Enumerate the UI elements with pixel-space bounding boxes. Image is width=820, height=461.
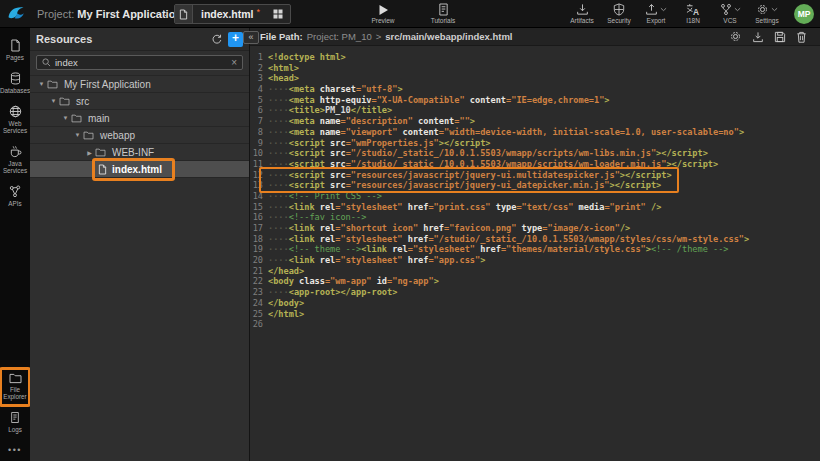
tree-item-my-first-application[interactable]: ▼My First Application <box>30 76 249 93</box>
sidebar-item-web-services[interactable]: Web Services <box>0 100 30 140</box>
line-number: 6 <box>250 105 268 116</box>
code-line-content: ····<script src="wmProperties.js"></scri… <box>268 138 491 149</box>
sidebar-item-label: APIs <box>7 200 22 207</box>
tree-item-label: webapp <box>100 130 135 141</box>
i18n-button[interactable]: AI18N <box>676 3 710 24</box>
logs-icon <box>10 411 20 424</box>
shield-icon <box>613 3 625 16</box>
sidebar-item-logs[interactable]: Logs <box>0 406 30 439</box>
tree-item-webapp[interactable]: ▼webapp <box>30 127 249 144</box>
sidebar: PagesDatabasesWeb ServicesJava ServicesA… <box>0 28 30 461</box>
search-box: × <box>36 55 243 70</box>
sidebar-item-databases[interactable]: Databases <box>0 67 30 100</box>
tree-collapse-icon[interactable]: ▶ <box>84 149 95 156</box>
code-line-content: <body class="wm-app" id="ng-app"> <box>268 276 439 287</box>
code-line: 7····<meta name="description" content=""… <box>250 116 820 127</box>
tree-expand-icon[interactable]: ▼ <box>60 115 71 121</box>
code-line-content: ····<meta http-equiv="X-UA-Compatible" c… <box>268 95 610 106</box>
line-number: 17 <box>250 223 268 234</box>
tree-item-index-html[interactable]: index.html <box>30 161 249 178</box>
code-line-content: ····<!--fav icon--> <box>268 212 366 223</box>
caret-down-icon <box>734 7 741 12</box>
code-line-content: ····<link rel="stylesheet" href="print.c… <box>268 202 661 213</box>
action-label: Settings <box>755 17 779 24</box>
play-icon <box>378 3 389 16</box>
code-line-content: <!doctype html> <box>268 52 346 63</box>
resources-search-input[interactable] <box>55 56 227 69</box>
file-path-separator: > <box>376 31 382 42</box>
file-icon <box>175 5 193 23</box>
code-area[interactable]: 1<!doctype html>2<html>3<head>4····<meta… <box>250 46 820 461</box>
code-line: 10····<script src="/studio/_static_/10.0… <box>250 148 820 159</box>
action-label: Artifacts <box>570 17 593 24</box>
database-icon <box>10 72 21 85</box>
clear-search-icon[interactable]: × <box>231 58 237 68</box>
sidebar-item-java-services[interactable]: Java Services <box>0 140 30 180</box>
code-line: 26 <box>250 319 820 330</box>
trash-icon[interactable] <box>796 30 807 43</box>
tree-item-src[interactable]: ▼src <box>30 93 249 110</box>
code-line: 17····<link rel="shortcut icon" href="fa… <box>250 223 820 234</box>
line-number: 2 <box>250 63 268 74</box>
sidebar-item-apis[interactable]: APIs <box>0 180 30 213</box>
settings-button[interactable]: Settings <box>750 3 784 24</box>
caret-down-icon <box>771 7 778 12</box>
code-line: 22<body class="wm-app" id="ng-app"> <box>250 276 820 287</box>
tree-expand-icon[interactable]: ▼ <box>48 98 59 104</box>
vcs-button[interactable]: VCS <box>713 3 747 24</box>
api-icon <box>9 185 21 198</box>
avatar[interactable]: MP <box>794 4 814 24</box>
refresh-icon[interactable] <box>211 34 222 45</box>
sidebar-item-label: File Explorer <box>0 386 30 400</box>
tree-item-main[interactable]: ▼main <box>30 110 249 127</box>
highlight-box: index.html <box>92 158 175 181</box>
code-line: 9····<script src="wmProperties.js"></scr… <box>250 138 820 149</box>
more-options-button[interactable]: ••• <box>8 439 22 457</box>
sidebar-item-pages[interactable]: Pages <box>0 34 30 67</box>
sidebar-item-file-explorer[interactable]: File Explorer <box>0 368 30 406</box>
artifacts-button[interactable]: Artifacts <box>565 3 599 24</box>
wavemaker-logo-icon[interactable] <box>6 4 26 24</box>
code-line-content: </body> <box>268 298 304 309</box>
folder-icon <box>95 148 110 157</box>
gear-icon <box>756 3 778 16</box>
export-button[interactable]: Export <box>639 3 673 24</box>
tab-index-html[interactable]: index.html * <box>174 4 291 24</box>
code-line: 2<html> <box>250 63 820 74</box>
preview-button[interactable]: Preview <box>366 3 400 24</box>
export-icon <box>645 3 667 16</box>
code-line: 19····<!-- theme --><link rel="styleshee… <box>250 244 820 255</box>
code-line-content: ····<script src="resources/javascript/jq… <box>268 180 661 191</box>
save-icon[interactable] <box>774 30 786 43</box>
gear-icon[interactable] <box>729 30 742 43</box>
line-number: 9 <box>250 138 268 149</box>
code-line: 11····<script src="/studio/_static_/10.0… <box>250 159 820 170</box>
line-number: 20 <box>250 255 268 266</box>
collapse-panel-button[interactable]: « <box>243 31 259 44</box>
code-line: 15····<link rel="stylesheet" href="print… <box>250 202 820 213</box>
file-path-bar: File Path: Project: PM_10 > src/main/web… <box>250 28 820 46</box>
topbar: Project: My First Application index.html… <box>0 0 820 28</box>
tab-label: index.html <box>193 8 257 20</box>
resources-title: Resources <box>36 33 205 45</box>
tree-expand-icon[interactable]: ▼ <box>72 132 83 138</box>
add-resource-button[interactable]: + <box>228 32 243 47</box>
action-label: Security <box>607 17 630 24</box>
download-icon[interactable] <box>752 30 764 43</box>
sidebar-top-items: PagesDatabasesWeb ServicesJava ServicesA… <box>0 34 30 213</box>
code-line-content: ····<script src="/studio/_static_/10.0.1… <box>268 148 708 159</box>
code-line-content: ····<meta name="description" content=""> <box>268 116 475 127</box>
code-line-content: ····<!-- Print CSS --> <box>268 191 382 202</box>
page-icon <box>10 39 21 52</box>
tree-expand-icon[interactable]: ▼ <box>36 81 47 87</box>
line-number: 12 <box>250 170 268 181</box>
vcs-icon <box>720 3 741 16</box>
tutorials-button[interactable]: Tutorials <box>426 3 460 24</box>
action-label: VCS <box>723 17 736 24</box>
project-label: Project: <box>37 8 74 20</box>
code-line-content: ····<link rel="stylesheet" href="app.css… <box>268 255 485 266</box>
grid-icon[interactable] <box>266 5 290 23</box>
line-number: 3 <box>250 73 268 84</box>
security-button[interactable]: Security <box>602 3 636 24</box>
code-line-content: <html> <box>268 63 299 74</box>
